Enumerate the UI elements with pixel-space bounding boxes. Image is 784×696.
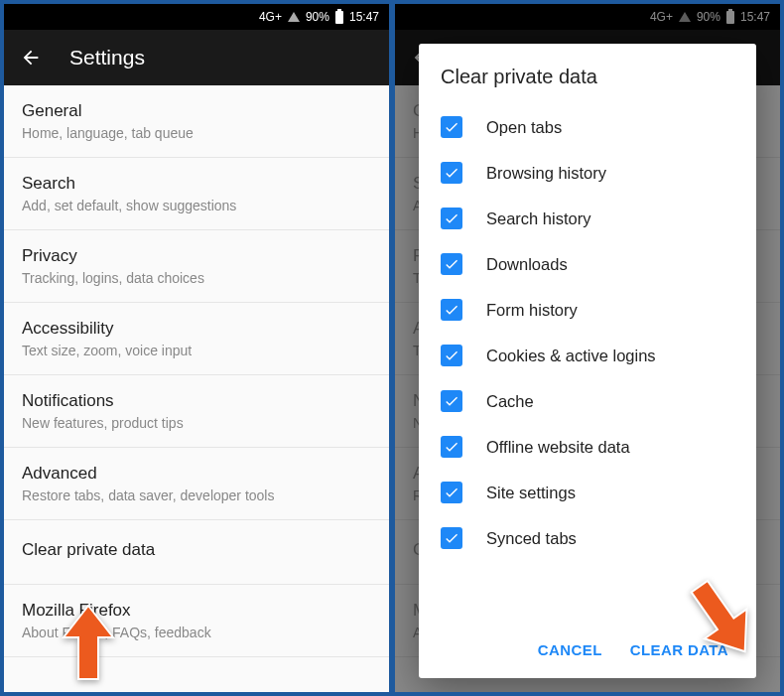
clear-data-dialog: Clear private data Open tabsBrowsing his… [419,44,756,678]
dialog-checkbox-row[interactable]: Form history [441,287,734,333]
clear-data-button[interactable]: CLEAR DATA [630,641,728,658]
checkbox-checked-icon[interactable] [441,162,462,184]
checkbox-label: Cache [486,392,534,411]
network-label: 4G+ [259,10,282,24]
settings-item-subtitle: Add, set default, show suggestions [22,198,371,213]
checkbox-checked-icon[interactable] [441,116,462,138]
checkbox-label: Downloads [486,255,568,274]
battery-label: 90% [306,10,329,24]
checkbox-checked-icon[interactable] [441,253,462,275]
dialog-item-list: Open tabsBrowsing historySearch historyD… [441,104,734,627]
app-bar: Settings [4,30,389,85]
checkbox-label: Search history [486,209,590,228]
page-title: Settings [69,46,145,70]
checkbox-checked-icon[interactable] [441,482,462,503]
checkbox-label: Browsing history [486,164,606,183]
settings-item-title: Clear private data [22,540,371,560]
clock-label: 15:47 [349,10,379,24]
settings-item[interactable]: Clear private data [4,520,389,585]
dialog-checkbox-row[interactable]: Open tabs [441,104,734,150]
checkbox-label: Synced tabs [486,529,577,548]
dialog-checkbox-row[interactable]: Browsing history [441,150,734,196]
settings-item[interactable]: PrivacyTracking, logins, data choices [4,230,389,303]
settings-item-title: Accessibility [22,319,371,339]
signal-icon [288,12,300,22]
settings-item[interactable]: NotificationsNew features, product tips [4,375,389,448]
settings-item-title: Search [22,174,371,194]
dialog-checkbox-row[interactable]: Search history [441,196,734,241]
settings-item-subtitle: Tracking, logins, data choices [22,270,371,286]
checkbox-checked-icon[interactable] [441,527,462,549]
settings-item-title: Privacy [22,246,371,266]
settings-item[interactable]: Mozilla FirefoxAbout Firefox, FAQs, feed… [4,585,389,657]
settings-item-title: General [22,101,371,121]
settings-item[interactable]: SearchAdd, set default, show suggestions [4,158,389,230]
checkbox-checked-icon[interactable] [441,345,462,366]
settings-item[interactable]: AdvancedRestore tabs, data saver, develo… [4,448,389,520]
dialog-title: Clear private data [441,66,734,88]
status-bar: 4G+ 90% 15:47 [4,4,389,30]
phone-right: 4G+ 90% 15:47 GeneralHome, language, tab… [395,4,780,692]
dialog-checkbox-row[interactable]: Site settings [441,470,734,515]
checkbox-label: Site settings [486,484,576,502]
checkbox-label: Cookies & active logins [486,347,656,365]
settings-item-title: Mozilla Firefox [22,601,371,621]
checkbox-label: Offline website data [486,438,630,457]
phone-left: 4G+ 90% 15:47 Settings GeneralHome, lang… [4,4,389,692]
settings-item-subtitle: New features, product tips [22,415,371,431]
checkbox-checked-icon[interactable] [441,208,462,229]
settings-list: GeneralHome, language, tab queueSearchAd… [4,85,389,692]
checkbox-checked-icon[interactable] [441,299,462,321]
back-icon[interactable] [20,47,42,69]
settings-item-subtitle: Home, language, tab queue [22,125,371,141]
dialog-checkbox-row[interactable]: Downloads [441,241,734,287]
checkbox-checked-icon[interactable] [441,390,462,412]
settings-item-subtitle: Restore tabs, data saver, developer tool… [22,487,371,503]
settings-item[interactable]: GeneralHome, language, tab queue [4,85,389,158]
settings-item-subtitle: Text size, zoom, voice input [22,343,371,358]
settings-item[interactable]: AccessibilityText size, zoom, voice inpu… [4,303,389,375]
dialog-checkbox-row[interactable]: Cache [441,378,734,424]
checkbox-checked-icon[interactable] [441,436,462,458]
settings-item-title: Advanced [22,464,371,484]
checkbox-label: Form history [486,301,578,320]
checkbox-label: Open tabs [486,118,562,137]
dialog-checkbox-row[interactable]: Synced tabs [441,515,734,561]
settings-item-title: Notifications [22,391,371,411]
dialog-actions: CANCEL CLEAR DATA [441,627,734,668]
settings-item-subtitle: About Firefox, FAQs, feedback [22,625,371,640]
dialog-checkbox-row[interactable]: Cookies & active logins [441,333,734,378]
dialog-checkbox-row[interactable]: Offline website data [441,424,734,470]
cancel-button[interactable]: CANCEL [538,641,602,658]
battery-icon [335,11,343,24]
